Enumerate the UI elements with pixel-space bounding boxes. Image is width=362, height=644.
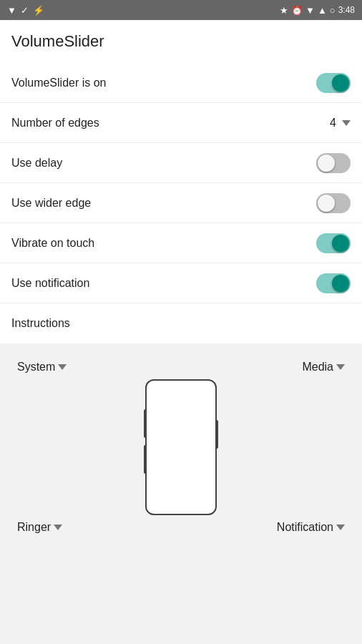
dropdown-icon: ▼ bbox=[7, 5, 16, 16]
toggle-thumb bbox=[332, 74, 349, 92]
settings-list: VolumeSlider is on Number of edges 4 Use… bbox=[0, 63, 362, 343]
phone-diagram-container: System Media Ringer Notification bbox=[0, 349, 362, 534]
chevron-down-icon bbox=[342, 120, 351, 126]
setting-label-number-of-edges: Number of edges bbox=[11, 117, 99, 130]
toggle-thumb-vibrate bbox=[332, 235, 349, 252]
setting-label-use-wider-edge: Use wider edge bbox=[11, 197, 91, 210]
dropdown-ringer[interactable]: Ringer bbox=[17, 521, 62, 534]
wifi-icon: ▼ bbox=[305, 5, 315, 16]
toggle-use-notification[interactable] bbox=[316, 273, 351, 293]
dropdown-notification-label: Notification bbox=[277, 521, 333, 534]
setting-instructions[interactable]: Instructions bbox=[0, 303, 362, 343]
alarm-icon: ⏰ bbox=[291, 5, 303, 16]
setting-label-use-delay: Use delay bbox=[11, 157, 62, 170]
phone-button-right bbox=[215, 420, 218, 449]
status-right-icons: ★ ⏰ ▼ ▲ ○ 3:48 bbox=[280, 5, 355, 16]
signal-icon: ▲ bbox=[318, 5, 327, 16]
phone-button-left-top bbox=[144, 409, 147, 438]
status-left-icons: ▼ ✓ ⚡ bbox=[7, 5, 44, 16]
chevron-down-media-icon bbox=[336, 364, 345, 370]
toggle-volumeslider-on[interactable] bbox=[316, 73, 351, 93]
toggle-thumb-delay bbox=[318, 155, 335, 172]
chevron-down-system-icon bbox=[58, 364, 67, 370]
setting-number-of-edges: Number of edges 4 bbox=[0, 103, 362, 143]
setting-label-use-notification: Use notification bbox=[11, 277, 89, 290]
status-time: 3:48 bbox=[338, 5, 355, 15]
chevron-down-ringer-icon bbox=[54, 525, 62, 530]
setting-use-notification: Use notification bbox=[0, 263, 362, 303]
setting-label-vibrate: Vibrate on touch bbox=[11, 237, 94, 250]
dropdown-system[interactable]: System bbox=[17, 361, 67, 374]
dropdown-value-edges: 4 bbox=[330, 117, 336, 130]
status-bar: ▼ ✓ ⚡ ★ ⏰ ▼ ▲ ○ 3:48 bbox=[0, 0, 362, 20]
toggle-vibrate-on-touch[interactable] bbox=[316, 233, 351, 253]
setting-use-delay: Use delay bbox=[0, 143, 362, 183]
dropdown-ringer-label: Ringer bbox=[17, 521, 51, 534]
app-title: VolumeSlider bbox=[11, 32, 104, 51]
setting-use-wider-edge: Use wider edge bbox=[0, 183, 362, 223]
setting-vibrate-on-touch: Vibrate on touch bbox=[0, 223, 362, 263]
setting-label-volumeslider-on: VolumeSlider is on bbox=[11, 77, 107, 89]
dropdown-system-label: System bbox=[17, 361, 55, 374]
check-icon: ✓ bbox=[21, 5, 29, 16]
chevron-down-notification-icon bbox=[336, 525, 345, 530]
dropdown-number-of-edges[interactable]: 4 bbox=[330, 117, 351, 130]
flash-icon: ⚡ bbox=[33, 5, 44, 16]
setting-volumeslider-on: VolumeSlider is on bbox=[0, 63, 362, 103]
app-header: VolumeSlider bbox=[0, 20, 362, 63]
phone-outline bbox=[145, 379, 217, 515]
toggle-thumb-notification bbox=[332, 275, 349, 292]
phone-button-left-bottom bbox=[144, 445, 147, 474]
dropdown-media-label: Media bbox=[302, 361, 333, 374]
toggle-use-delay[interactable] bbox=[316, 153, 351, 173]
dropdown-notification[interactable]: Notification bbox=[277, 521, 345, 534]
circle-icon: ○ bbox=[330, 5, 336, 16]
bluetooth-icon: ★ bbox=[280, 5, 288, 16]
dropdown-media[interactable]: Media bbox=[302, 361, 345, 374]
toggle-thumb-wider bbox=[318, 195, 335, 212]
divider bbox=[0, 343, 362, 349]
setting-label-instructions: Instructions bbox=[11, 317, 70, 330]
toggle-use-wider-edge[interactable] bbox=[316, 193, 351, 213]
